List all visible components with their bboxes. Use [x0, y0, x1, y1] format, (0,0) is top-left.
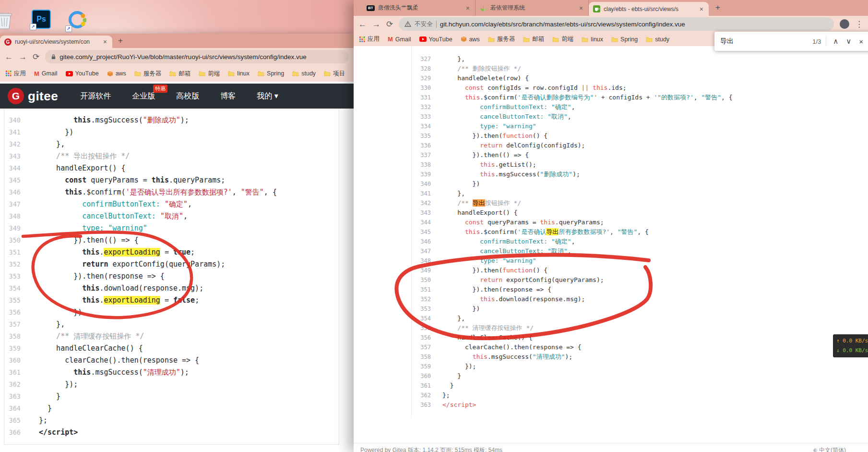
gitee-logo-text[interactable]: gitee: [28, 89, 58, 104]
line-number[interactable]: 344: [412, 218, 436, 227]
line-number[interactable]: 345: [4, 174, 25, 186]
gitee-nav-博客[interactable]: 博客: [220, 91, 236, 101]
line-number[interactable]: 360: [412, 371, 436, 381]
line-number[interactable]: 343: [4, 150, 25, 162]
bookmark-前端[interactable]: 前端: [199, 70, 220, 78]
line-number[interactable]: 350: [4, 234, 25, 246]
bookmark-服务器[interactable]: 服务器: [488, 35, 515, 43]
find-next-icon[interactable]: ∨: [842, 37, 855, 46]
gitee-nav-开源软件[interactable]: 开源软件: [80, 91, 111, 101]
line-number[interactable]: 335: [412, 131, 436, 141]
line-number[interactable]: 359: [412, 362, 436, 371]
tab-close-icon[interactable]: ×: [102, 38, 108, 46]
line-number[interactable]: 354: [4, 282, 25, 294]
bookmark-linux[interactable]: linux: [582, 36, 603, 43]
line-number[interactable]: 366: [4, 427, 25, 439]
bookmark-YouTube[interactable]: YouTube: [66, 70, 99, 77]
line-number[interactable]: 362: [412, 391, 436, 400]
reload-icon[interactable]: ⟳: [386, 20, 393, 28]
line-number[interactable]: 360: [4, 354, 25, 366]
line-number[interactable]: 345: [412, 227, 436, 237]
line-number[interactable]: 334: [412, 122, 436, 131]
bookmark-应用[interactable]: 应用: [359, 35, 380, 43]
line-number[interactable]: 330: [412, 83, 436, 93]
line-number[interactable]: 352: [412, 294, 436, 304]
line-number[interactable]: 327: [412, 54, 436, 64]
app-ring-shortcut-icon[interactable]: ↗: [67, 11, 86, 31]
line-number[interactable]: 364: [4, 403, 25, 415]
bookmark-Spring[interactable]: Spring: [611, 36, 638, 43]
bookmark-study[interactable]: study: [292, 70, 316, 77]
gitee-logo-icon[interactable]: G: [8, 88, 24, 104]
forward-icon[interactable]: →: [19, 53, 27, 61]
security-label[interactable]: 不安全: [415, 20, 433, 28]
line-number[interactable]: 349: [4, 222, 25, 234]
gitee-nav-我的[interactable]: 我的 ▾: [257, 91, 278, 101]
line-number[interactable]: 339: [412, 170, 436, 179]
tab-close-icon[interactable]: ×: [699, 5, 704, 13]
find-previous-icon[interactable]: ∧: [829, 37, 842, 46]
bookmark-前端[interactable]: 前端: [552, 35, 573, 43]
line-number[interactable]: 337: [412, 150, 436, 160]
tab-close-icon[interactable]: ×: [465, 4, 471, 12]
line-number[interactable]: 348: [412, 256, 436, 266]
line-number[interactable]: 341: [4, 126, 25, 138]
line-number[interactable]: 340: [412, 179, 436, 189]
line-number[interactable]: 361: [412, 381, 436, 391]
line-number[interactable]: 341: [412, 189, 436, 198]
bookmark-邮箱[interactable]: 邮箱: [523, 35, 544, 43]
address-bar[interactable]: gitee.com/y_project/RuoYi-Vue/blob/maste…: [45, 50, 349, 63]
bookmark-Gmail[interactable]: MGmail: [34, 70, 58, 77]
line-number[interactable]: 328: [412, 64, 436, 73]
line-number[interactable]: 346: [412, 237, 436, 246]
line-number[interactable]: 348: [4, 210, 25, 222]
bookmark-aws[interactable]: aws: [107, 70, 126, 77]
line-number[interactable]: 347: [412, 246, 436, 256]
tab-close-icon[interactable]: ×: [578, 4, 584, 12]
forward-icon[interactable]: →: [372, 20, 380, 28]
line-number[interactable]: 353: [412, 304, 436, 314]
line-number[interactable]: 356: [4, 306, 25, 318]
footer-language[interactable]: ⊕ 中文(简体): [813, 446, 846, 452]
line-number[interactable]: 357: [412, 342, 436, 352]
line-number[interactable]: 356: [412, 333, 436, 342]
find-input[interactable]: 导出: [720, 37, 812, 46]
line-number[interactable]: 353: [4, 270, 25, 282]
tab-3[interactable]: clay/ebts - ebts-ui/src/views/s×: [589, 2, 709, 16]
bookmark-Gmail[interactable]: MGmail: [388, 36, 411, 43]
line-number[interactable]: 355: [412, 323, 436, 333]
address-bar[interactable]: 不安全 git.hchyun.com/clay/ebts/src/branch/…: [399, 17, 834, 31]
bookmark-邮箱[interactable]: 邮箱: [169, 70, 190, 78]
new-tab-button[interactable]: +: [118, 36, 123, 46]
line-number[interactable]: 362: [4, 379, 25, 391]
line-number[interactable]: 358: [4, 330, 25, 342]
tab-ruoyi-source[interactable]: G ruoyi-ui/src/views/system/con ×: [0, 36, 112, 48]
gitee-nav-企业版[interactable]: 企业版特惠: [132, 91, 155, 101]
line-number[interactable]: 346: [4, 186, 25, 198]
tab-2[interactable]: 若依管理系统×: [476, 0, 589, 16]
recycle-bin-icon[interactable]: [0, 12, 12, 32]
find-close-icon[interactable]: ×: [855, 37, 867, 46]
bookmark-study[interactable]: study: [646, 36, 669, 43]
profile-avatar[interactable]: [840, 19, 849, 29]
new-tab-button[interactable]: +: [715, 3, 720, 12]
tab-1[interactable]: BT唐僧洗头艹飘柔×: [362, 0, 476, 16]
back-icon[interactable]: ←: [5, 53, 13, 61]
line-number[interactable]: 332: [412, 102, 436, 112]
line-number[interactable]: 347: [4, 198, 25, 210]
back-icon[interactable]: ←: [358, 20, 367, 28]
line-number[interactable]: 359: [4, 342, 25, 354]
line-number[interactable]: 329: [412, 73, 436, 83]
line-number[interactable]: 336: [412, 141, 436, 150]
gitee-nav-高校版[interactable]: 高校版: [176, 91, 199, 101]
line-number[interactable]: 333: [412, 112, 436, 122]
line-number[interactable]: 342: [412, 198, 436, 208]
line-number[interactable]: 351: [4, 246, 25, 258]
bookmark-应用[interactable]: 应用: [6, 70, 26, 78]
line-number[interactable]: 363: [412, 400, 436, 410]
line-number[interactable]: 363: [4, 391, 25, 403]
photoshop-shortcut-icon[interactable]: Ps ↗: [32, 10, 51, 29]
line-number[interactable]: 354: [412, 314, 436, 323]
bookmark-linux[interactable]: linux: [228, 70, 250, 77]
bookmark-YouTube[interactable]: YouTube: [419, 36, 452, 43]
